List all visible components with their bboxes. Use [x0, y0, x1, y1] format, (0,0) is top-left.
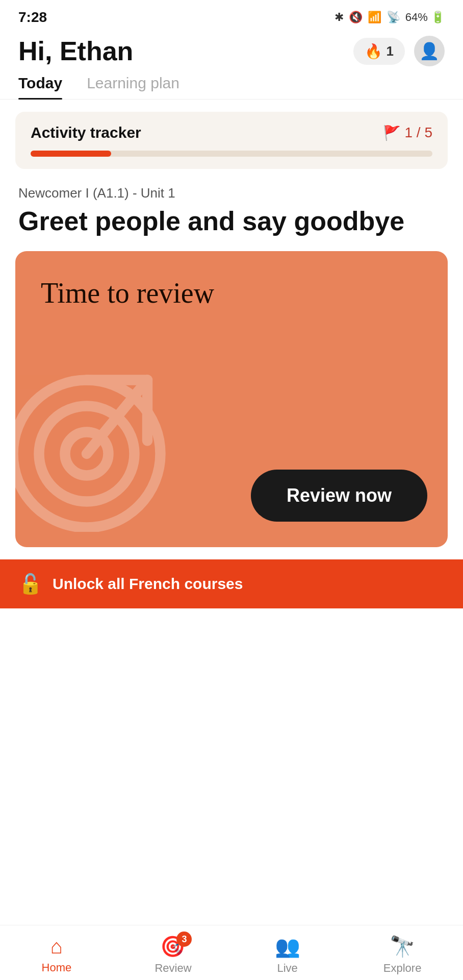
bottom-navigation: ⌂ Home 🎯 3 Review 👥 Live 🔭 Explore [0, 925, 463, 980]
flag-icon: 🚩 [383, 125, 401, 141]
tabs-container: Today Learning plan [0, 75, 463, 100]
tab-today[interactable]: Today [18, 75, 62, 99]
progress-bar-background [31, 151, 432, 157]
nav-live-label: Live [277, 962, 297, 975]
greeting-text: Hi, Ethan [18, 36, 133, 66]
lock-icon: 🔓 [18, 573, 42, 595]
nav-home[interactable]: ⌂ Home [42, 935, 72, 974]
battery-text: 64% 🔋 [405, 11, 445, 24]
tracker-progress: 🚩 1 / 5 [383, 125, 432, 141]
progress-bar-fill [31, 151, 111, 157]
profile-icon: 👤 [419, 41, 440, 61]
review-card-title: Time to review [41, 277, 427, 309]
activity-tracker: Activity tracker 🚩 1 / 5 [15, 112, 448, 169]
status-bar: 7:28 ✱ 🔇 📶 📡 64% 🔋 [0, 0, 463, 31]
review-card: Time to review Review now [15, 251, 448, 547]
unit-title: Greet people and say goodbye [18, 206, 445, 237]
streak-count: 1 [387, 43, 394, 59]
unit-label: Newcomer I (A1.1) - Unit 1 [18, 185, 445, 201]
nav-explore-label: Explore [383, 962, 422, 975]
home-icon: ⌂ [50, 935, 63, 958]
review-badge: 3 [176, 932, 192, 947]
wifi-icon: 📶 [368, 11, 381, 24]
tab-learning-plan[interactable]: Learning plan [87, 75, 179, 99]
review-now-container: Review now [41, 470, 427, 522]
status-time: 7:28 [18, 9, 47, 26]
flame-icon: 🔥 [365, 43, 382, 60]
header: Hi, Ethan 🔥 1 👤 [0, 31, 463, 75]
header-actions: 🔥 1 👤 [353, 36, 445, 66]
nav-review-label: Review [155, 962, 191, 975]
unlock-text: Unlock all French courses [53, 575, 243, 593]
live-icon: 👥 [275, 935, 300, 959]
tracker-title: Activity tracker [31, 124, 141, 141]
explore-icon: 🔭 [390, 935, 415, 959]
unlock-banner[interactable]: 🔓 Unlock all French courses [0, 559, 463, 608]
bluetooth-icon: ✱ [335, 11, 344, 24]
review-icon: 🎯 3 [160, 935, 186, 959]
streak-badge[interactable]: 🔥 1 [353, 38, 405, 65]
review-now-button[interactable]: Review now [251, 470, 427, 522]
nav-explore[interactable]: 🔭 Explore [383, 935, 422, 975]
signal-icon: 📡 [387, 11, 400, 24]
status-icons: ✱ 🔇 📶 📡 64% 🔋 [335, 11, 445, 24]
nav-review[interactable]: 🎯 3 Review [155, 935, 191, 975]
unit-info: Newcomer I (A1.1) - Unit 1 Greet people … [0, 185, 463, 237]
mute-icon: 🔇 [349, 11, 363, 24]
nav-live[interactable]: 👥 Live [275, 935, 300, 975]
tracker-header: Activity tracker 🚩 1 / 5 [31, 124, 432, 141]
profile-button[interactable]: 👤 [414, 36, 445, 66]
nav-home-label: Home [42, 961, 72, 974]
progress-label: 1 / 5 [405, 125, 432, 141]
